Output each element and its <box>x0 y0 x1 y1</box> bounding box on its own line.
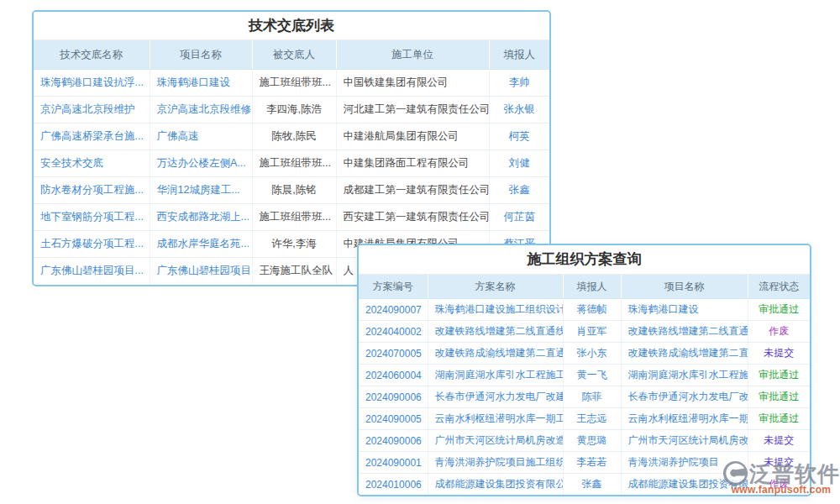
plan-cell[interactable]: 珠海鹤港口建设施工组织设计 <box>428 299 563 321</box>
reporter-cell[interactable]: 张鑫 <box>563 474 621 496</box>
project-cell[interactable]: 广佛高速 <box>150 123 252 150</box>
name-cell[interactable]: 土石方爆破分项工程... <box>34 231 150 258</box>
plan-cell[interactable]: 改建铁路线增建第二线直通线（ <box>428 321 563 343</box>
name-cell[interactable]: 地下室钢筋分项工程... <box>34 204 150 231</box>
project-cell[interactable]: 成都能源建设集团投资有限公司 <box>621 474 748 496</box>
reporter-cell[interactable]: 陈菲 <box>563 386 621 408</box>
table-header: 技术交底名称项目名称被交底人施工单位填报人 <box>34 40 549 70</box>
column-header-no: 方案编号 <box>359 275 428 299</box>
no-cell[interactable]: 2024040002 <box>359 321 428 343</box>
no-cell[interactable]: 2024090006 <box>359 430 428 452</box>
reporter-cell[interactable]: 肖亚军 <box>563 321 621 343</box>
plan-row[interactable]: 2024010006成都能源建设集团投资有限公司张鑫成都能源建设集团投资有限公司… <box>359 474 810 496</box>
plan-cell[interactable]: 湖南洞庭湖水库引水工程施工标 <box>428 365 563 386</box>
no-cell[interactable]: 2024010006 <box>359 474 428 496</box>
project-cell[interactable]: 改建铁路成渝线增建第二直通 <box>621 343 748 365</box>
status-cell: 审批通过 <box>748 386 810 408</box>
reporter-cell[interactable]: 张永银 <box>489 97 549 123</box>
plan-row[interactable]: 2024090005云南水利枢纽潜明水库一期工程王志远云南水利枢纽潜明水库一期工… <box>359 408 810 430</box>
name-cell[interactable]: 防水卷材分项工程施... <box>34 177 150 204</box>
plan-row[interactable]: 2024090007珠海鹤港口建设施工组织设计蒋德帧珠海鹤港口建设审批通过 <box>359 299 810 321</box>
status-cell: 审批通过 <box>748 408 810 430</box>
reporter-cell[interactable]: 刘健 <box>489 150 549 177</box>
plan-cell[interactable]: 改建铁路成渝线增建第二直通线 <box>428 343 563 365</box>
project-cell[interactable]: 成都水岸华庭名苑... <box>150 231 252 258</box>
project-cell[interactable]: 华润12城房建工... <box>150 177 252 204</box>
receiver-cell: 陈晨,陈铭 <box>252 177 336 204</box>
status-cell: 作废 <box>748 474 810 496</box>
disclosure-row[interactable]: 地下室钢筋分项工程...西安成都路龙湖上...施工班组带班...西安建工第一建筑… <box>34 204 549 231</box>
project-cell[interactable]: 珠海鹤港口建设 <box>621 299 748 321</box>
plan-row[interactable]: 2024090006长春市伊通河水力发电厂改建工陈菲长春市伊通河水力发电厂改建审… <box>359 386 810 408</box>
reporter-cell[interactable]: 张小东 <box>563 343 621 365</box>
receiver-cell: 施工班组带班... <box>252 204 336 231</box>
name-cell[interactable]: 珠海鹤港口建设抗浮... <box>34 70 150 97</box>
column-header-name: 技术交底名称 <box>34 40 150 70</box>
receiver-cell: 陈牧,陈民 <box>252 123 336 150</box>
reporter-cell[interactable]: 何芷茵 <box>489 204 549 231</box>
disclosure-row[interactable]: 珠海鹤港口建设抗浮...珠海鹤港口建设施工班组带班...中国铁建集团有限公司李帅 <box>34 70 549 97</box>
column-header-project: 项目名称 <box>150 40 252 70</box>
reporter-cell[interactable]: 黄一飞 <box>563 365 621 386</box>
no-cell[interactable]: 2024090001 <box>359 452 428 474</box>
receiver-cell: 许华,李海 <box>252 231 336 258</box>
receiver-cell: 施工班组带班... <box>252 70 336 97</box>
project-cell[interactable]: 广州市天河区统计局机房改造 <box>621 430 748 452</box>
window-title-technical-disclosure: 技术交底列表 <box>34 12 549 40</box>
name-cell[interactable]: 广佛高速桥梁承台施... <box>34 123 150 150</box>
construction-plan-query-window: 施工组织方案查询 方案编号方案名称填报人项目名称流程状态 2024090007珠… <box>357 244 811 496</box>
plan-row[interactable]: 2024090001青海洪湖养护院项目施工组织设李若若青海洪湖养护院项目未提交 <box>359 452 810 474</box>
unit-cell: 中建集团路面工程有限公司 <box>336 150 489 177</box>
no-cell[interactable]: 2024060004 <box>359 365 428 386</box>
name-cell[interactable]: 京沪高速北京段维护 <box>34 97 150 123</box>
name-cell[interactable]: 广东佛山碧桂园项目... <box>34 258 150 285</box>
reporter-cell[interactable]: 柯英 <box>489 123 549 150</box>
window-title-plan-query: 施工组织方案查询 <box>359 245 810 275</box>
reporter-cell[interactable]: 李若若 <box>563 452 621 474</box>
column-header-project: 项目名称 <box>621 275 748 299</box>
project-cell[interactable]: 万达办公楼左侧A... <box>150 150 252 177</box>
no-cell[interactable]: 2024090006 <box>359 386 428 408</box>
project-cell[interactable]: 青海洪湖养护院项目 <box>621 452 748 474</box>
project-cell[interactable]: 长春市伊通河水力发电厂改建 <box>621 386 748 408</box>
column-header-reporter: 填报人 <box>489 40 549 70</box>
disclosure-row[interactable]: 京沪高速北京段维护京沪高速北京段维修李四海,陈浩河北建工第一建筑有限责任公司张永… <box>34 97 549 123</box>
column-header-status: 流程状态 <box>748 275 810 299</box>
project-cell[interactable]: 西安成都路龙湖上... <box>150 204 252 231</box>
column-header-unit: 施工单位 <box>336 40 489 70</box>
column-header-receiver: 被交底人 <box>252 40 336 70</box>
status-cell: 审批通过 <box>748 365 810 386</box>
no-cell[interactable]: 2024090007 <box>359 299 428 321</box>
project-cell[interactable]: 湖南洞庭湖水库引水工程施工 <box>621 365 748 386</box>
reporter-cell[interactable]: 黄思璐 <box>563 430 621 452</box>
status-cell: 未提交 <box>748 452 810 474</box>
plan-row[interactable]: 2024090006广州市天河区统计局机房改造项黄思璐广州市天河区统计局机房改造… <box>359 430 810 452</box>
plan-cell[interactable]: 青海洪湖养护院项目施工组织设 <box>428 452 563 474</box>
project-cell[interactable]: 改建铁路线增建第二线直通线 <box>621 321 748 343</box>
project-cell[interactable]: 京沪高速北京段维修 <box>150 97 252 123</box>
plan-row[interactable]: 2024070005改建铁路成渝线增建第二直通线张小东改建铁路成渝线增建第二直通… <box>359 343 810 365</box>
project-cell[interactable]: 广东佛山碧桂园项目 <box>150 258 252 285</box>
plan-row[interactable]: 2024040002改建铁路线增建第二线直通线（肖亚军改建铁路线增建第二线直通线… <box>359 321 810 343</box>
receiver-cell: 王海施工队全队 <box>252 258 336 285</box>
disclosure-row[interactable]: 广佛高速桥梁承台施...广佛高速陈牧,陈民中建港航局集团有限公司柯英 <box>34 123 549 150</box>
construction-plan-table: 方案编号方案名称填报人项目名称流程状态 2024090007珠海鹤港口建设施工组… <box>359 275 810 495</box>
status-cell: 审批通过 <box>748 299 810 321</box>
disclosure-row[interactable]: 防水卷材分项工程施...华润12城房建工...陈晨,陈铭成都建工第一建筑有限责任… <box>34 177 549 204</box>
plan-cell[interactable]: 成都能源建设集团投资有限公司 <box>428 474 563 496</box>
reporter-cell[interactable]: 张鑫 <box>489 177 549 204</box>
reporter-cell[interactable]: 李帅 <box>489 70 549 97</box>
name-cell[interactable]: 安全技术交底 <box>34 150 150 177</box>
plan-cell[interactable]: 广州市天河区统计局机房改造项 <box>428 430 563 452</box>
unit-cell: 中国铁建集团有限公司 <box>336 70 489 97</box>
disclosure-row[interactable]: 安全技术交底万达办公楼左侧A...施工班组带班...中建集团路面工程有限公司刘健 <box>34 150 549 177</box>
plan-cell[interactable]: 云南水利枢纽潜明水库一期工程 <box>428 408 563 430</box>
reporter-cell[interactable]: 王志远 <box>563 408 621 430</box>
no-cell[interactable]: 2024070005 <box>359 343 428 365</box>
project-cell[interactable]: 云南水利枢纽潜明水库一期工 <box>621 408 748 430</box>
plan-row[interactable]: 2024060004湖南洞庭湖水库引水工程施工标黄一飞湖南洞庭湖水库引水工程施工… <box>359 365 810 386</box>
project-cell[interactable]: 珠海鹤港口建设 <box>150 70 252 97</box>
no-cell[interactable]: 2024090005 <box>359 408 428 430</box>
reporter-cell[interactable]: 蒋德帧 <box>563 299 621 321</box>
plan-cell[interactable]: 长春市伊通河水力发电厂改建工 <box>428 386 563 408</box>
